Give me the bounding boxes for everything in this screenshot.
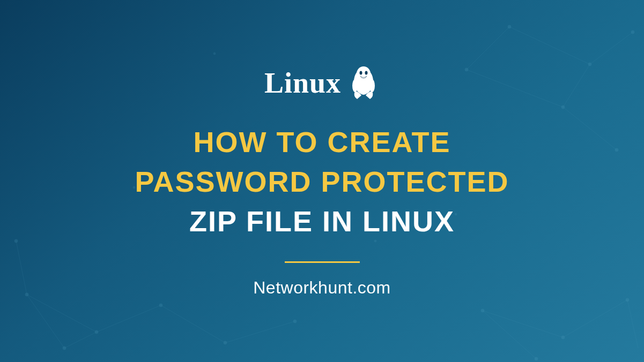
svg-point-10 bbox=[561, 105, 565, 109]
title-line-1: HOW TO CREATE bbox=[194, 123, 451, 161]
svg-point-37 bbox=[455, 213, 457, 215]
svg-point-22 bbox=[63, 346, 66, 350]
svg-line-28 bbox=[483, 311, 536, 359]
svg-line-27 bbox=[563, 300, 627, 337]
svg-line-0 bbox=[509, 27, 590, 64]
svg-point-35 bbox=[374, 240, 376, 242]
svg-point-11 bbox=[615, 148, 618, 152]
svg-point-6 bbox=[508, 25, 511, 28]
svg-line-14 bbox=[27, 295, 64, 348]
svg-point-24 bbox=[293, 320, 297, 323]
svg-point-33 bbox=[535, 357, 538, 360]
svg-line-4 bbox=[467, 70, 563, 107]
svg-point-30 bbox=[481, 309, 484, 312]
svg-point-21 bbox=[159, 304, 162, 307]
svg-point-20 bbox=[95, 330, 98, 334]
svg-line-3 bbox=[467, 27, 509, 70]
svg-line-15 bbox=[161, 305, 225, 343]
linux-logo-text: Linux bbox=[264, 66, 341, 100]
svg-point-9 bbox=[465, 68, 468, 71]
svg-point-40 bbox=[360, 71, 362, 74]
svg-line-5 bbox=[563, 107, 617, 150]
svg-line-18 bbox=[16, 241, 27, 295]
title-line-3: ZIP FILE IN LINUX bbox=[189, 202, 455, 240]
svg-line-29 bbox=[627, 300, 638, 348]
svg-line-16 bbox=[225, 321, 295, 343]
svg-line-13 bbox=[97, 305, 161, 332]
svg-line-2 bbox=[563, 64, 590, 107]
svg-point-41 bbox=[365, 71, 368, 74]
svg-point-42 bbox=[358, 79, 369, 95]
title-line-2: PASSWORD PROTECTED bbox=[135, 163, 509, 200]
svg-point-8 bbox=[631, 31, 634, 34]
svg-point-44 bbox=[369, 79, 375, 92]
svg-point-7 bbox=[588, 63, 591, 66]
svg-point-34 bbox=[213, 52, 216, 55]
svg-line-1 bbox=[590, 32, 633, 64]
svg-point-31 bbox=[561, 336, 565, 339]
svg-point-43 bbox=[352, 79, 358, 92]
svg-point-32 bbox=[626, 298, 629, 301]
svg-line-17 bbox=[64, 332, 97, 348]
website-name: Networkhunt.com bbox=[253, 278, 390, 298]
svg-line-26 bbox=[483, 311, 563, 337]
svg-point-19 bbox=[25, 293, 28, 296]
divider-line bbox=[285, 261, 360, 263]
svg-line-12 bbox=[27, 295, 97, 332]
tux-penguin-icon bbox=[347, 64, 380, 102]
svg-point-25 bbox=[14, 239, 18, 243]
hero-banner: Linux HOW TO CREATE PASSWORD PROTECTED Z… bbox=[0, 0, 644, 362]
svg-point-23 bbox=[224, 341, 227, 344]
logo-section: Linux bbox=[264, 64, 380, 102]
